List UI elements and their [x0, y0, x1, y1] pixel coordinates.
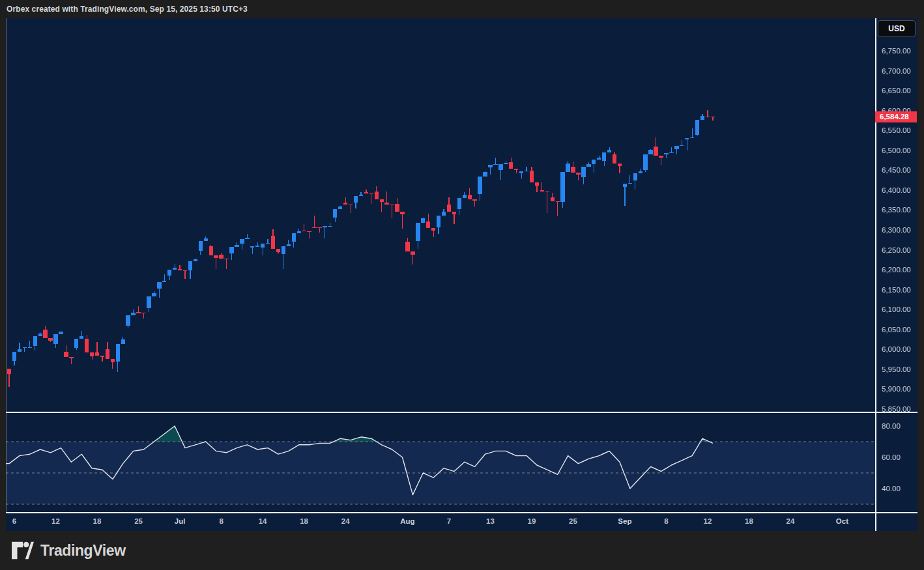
price-tick-label: 6,350.00: [882, 205, 911, 214]
price-tick-label: 6,500.00: [882, 146, 911, 155]
price-tick-label: 6,200.00: [882, 265, 911, 274]
price-tick-label: 6,300.00: [882, 225, 911, 235]
time-tick-label: Aug: [400, 517, 414, 525]
time-tick-label: 8: [219, 517, 223, 525]
time-tick-label: Oct: [836, 517, 848, 525]
time-tick-label: 13: [486, 517, 495, 525]
rsi-canvas: [6, 413, 875, 512]
time-axis[interactable]: 6121825Jul8141824Aug7131925Sep8121824Oct: [6, 513, 875, 531]
price-tick-label: 5,950.00: [882, 365, 911, 374]
currency-usd-button[interactable]: USD: [878, 20, 916, 37]
time-tick-label: 24: [787, 517, 795, 525]
chart-left-border: [6, 18, 7, 512]
footer-bar: TradingView: [0, 531, 924, 570]
time-tick-label: 12: [704, 517, 712, 525]
price-tick-label: 5,900.00: [882, 384, 911, 393]
time-tick-label: 18: [745, 517, 753, 525]
price-tick-label: 6,100.00: [882, 305, 911, 314]
price-chart-panel[interactable]: [6, 18, 875, 412]
price-tick-label: 6,650.00: [882, 86, 911, 95]
attribution-text: Orbex created with TradingView.com, Sep …: [7, 5, 248, 14]
time-tick-label: 6: [12, 517, 16, 525]
last-price-tag: 6,584.28: [875, 111, 917, 122]
time-tick-label: 18: [300, 517, 308, 525]
time-tick-label: Sep: [618, 517, 631, 525]
price-tick-label: 6,700.00: [882, 66, 911, 76]
time-axis-separator[interactable]: [6, 512, 917, 513]
price-tick-label: 5,850.00: [882, 405, 911, 414]
time-tick-label: 24: [341, 517, 350, 525]
price-tick-label: 6,550.00: [882, 126, 911, 135]
price-tick-label: 6,450.00: [882, 165, 911, 175]
tradingview-logo-icon: [12, 541, 34, 560]
price-tick-label: 6,000.00: [882, 345, 911, 354]
candles-series: [6, 110, 715, 387]
time-tick-label: Jul: [175, 517, 186, 525]
price-tick-label: 6,750.00: [882, 46, 911, 55]
tradingview-logo[interactable]: TradingView: [12, 541, 126, 560]
attribution-bar: Orbex created with TradingView.com, Sep …: [0, 0, 924, 18]
tradingview-logo-text: TradingView: [40, 542, 126, 560]
price-axis[interactable]: USD 6,584.28 6,750.006,700.006,650.006,6…: [876, 18, 917, 531]
time-tick-label: 25: [569, 517, 577, 525]
time-tick-label: 25: [134, 517, 143, 525]
tradingview-chart-export: { "attribution": "Orbex created with Tra…: [0, 0, 924, 570]
time-tick-label: 18: [93, 517, 102, 525]
price-chart-canvas: [6, 18, 875, 412]
time-tick-label: 7: [447, 517, 451, 525]
time-tick-label: 19: [528, 517, 536, 525]
time-tick-label: 12: [51, 517, 60, 525]
chart-stage: 6121825Jul8141824Aug7131925Sep8121824Oct…: [6, 18, 917, 531]
rsi-tick-label: 80.00: [882, 421, 901, 431]
time-tick-label: 8: [664, 517, 668, 525]
price-tick-label: 6,150.00: [882, 285, 911, 294]
price-tick-label: 6,250.00: [882, 246, 911, 255]
price-tick-label: 6,400.00: [882, 186, 911, 195]
rsi-indicator-panel[interactable]: [6, 413, 875, 512]
price-tick-label: 6,050.00: [882, 325, 911, 334]
rsi-tick-label: 40.00: [882, 484, 901, 493]
panel-separator[interactable]: [6, 412, 917, 413]
rsi-tick-label: 60.00: [882, 453, 901, 462]
time-tick-label: 14: [259, 517, 267, 525]
